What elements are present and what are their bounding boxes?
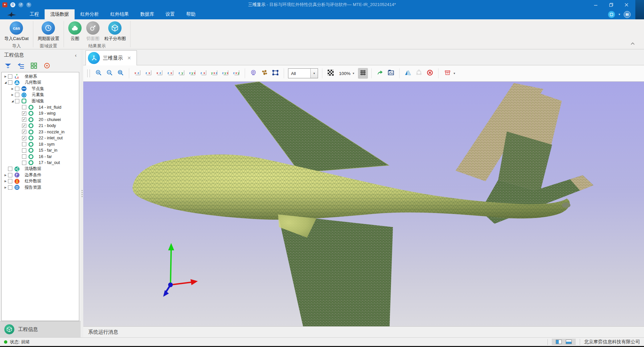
- tree-row[interactable]: ✓19 - wing: [2, 110, 79, 117]
- redo-icon[interactable]: ↻: [26, 2, 31, 7]
- filter-button[interactable]: [4, 62, 12, 70]
- tree-row[interactable]: ◢几何数据: [2, 80, 79, 86]
- target-button[interactable]: [43, 62, 51, 70]
- undo-icon[interactable]: ↺: [18, 2, 23, 7]
- tree-checkbox[interactable]: [15, 87, 19, 91]
- panel-footer-button[interactable]: 工程信息: [0, 321, 81, 337]
- tree-checkbox[interactable]: [8, 167, 12, 171]
- close-button[interactable]: [619, 0, 634, 9]
- tree-row[interactable]: ✓23 - nozzle_in: [2, 129, 79, 135]
- zoom-fit-button[interactable]: [116, 68, 126, 79]
- tree-row[interactable]: ✓20 - chuiwei: [2, 117, 79, 123]
- zoom-out-button[interactable]: [105, 68, 115, 79]
- tree-expander-icon[interactable]: ▶: [3, 174, 8, 177]
- axis-view-button[interactable]: xz: [155, 68, 164, 79]
- axis-view-button[interactable]: zyx: [220, 68, 230, 79]
- tree-checkbox[interactable]: [15, 99, 19, 103]
- tree-row[interactable]: 14 - int_fluid: [2, 104, 79, 111]
- panel-splitter[interactable]: [81, 49, 83, 337]
- tree-checkbox[interactable]: [8, 173, 12, 177]
- tree-checkbox[interactable]: [15, 93, 19, 97]
- tab-3d-view[interactable]: 三维显示 ✕: [86, 50, 137, 65]
- menu-item-5[interactable]: 设置: [160, 9, 180, 19]
- tree-checkbox[interactable]: [8, 74, 12, 79]
- restore-button[interactable]: [603, 0, 619, 9]
- tree-checkbox[interactable]: ✓: [22, 124, 26, 128]
- select-box-button[interactable]: [270, 68, 280, 79]
- tree-row[interactable]: ✓21 - body: [2, 123, 79, 129]
- mirror-button[interactable]: [403, 68, 413, 79]
- tree-row[interactable]: ▶Yzx坐标系: [2, 73, 79, 80]
- tree-checkbox[interactable]: [8, 179, 12, 183]
- tree-row[interactable]: 18 - sym: [2, 141, 79, 148]
- tree-row[interactable]: 15 - far_in: [2, 147, 79, 154]
- tree-expander-icon[interactable]: ▶: [3, 180, 8, 183]
- box-button[interactable]: ▼: [442, 68, 458, 79]
- axis-view-button[interactable]: zyx: [187, 68, 197, 79]
- tree-checkbox[interactable]: ✓: [22, 130, 26, 134]
- chevron-down-icon[interactable]: ▼: [618, 13, 621, 16]
- viewport-3d[interactable]: [83, 82, 644, 326]
- axis-view-button[interactable]: zx: [144, 68, 154, 79]
- menu-item-0[interactable]: 工程: [24, 9, 45, 19]
- tree-expander-icon[interactable]: ▶: [3, 186, 8, 189]
- axis-view-button[interactable]: zx: [165, 68, 175, 79]
- grid-button[interactable]: [358, 68, 368, 79]
- ribbon-button-0-0[interactable]: cas导入Cas/Dat: [3, 21, 30, 42]
- display-filter-select[interactable]: All▼: [288, 68, 318, 78]
- snapshot-button[interactable]: [386, 68, 396, 79]
- axis-view-button[interactable]: zxy: [231, 68, 241, 79]
- zoom-level-dropdown[interactable]: 100%▼: [337, 71, 357, 76]
- axis-view-button[interactable]: zy: [176, 68, 186, 79]
- tree-checkbox[interactable]: [22, 105, 26, 109]
- grid-green-button[interactable]: [30, 62, 38, 70]
- theme-icon[interactable]: [608, 11, 615, 18]
- axis-view-button[interactable]: zx: [198, 68, 208, 79]
- tree-row[interactable]: ◢面域集: [2, 98, 79, 104]
- ribbon-button-2-2[interactable]: 粒子分布图: [103, 21, 128, 42]
- tree-row[interactable]: 17 - far_out: [2, 160, 79, 166]
- ribbon-collapse-icon[interactable]: [631, 40, 635, 46]
- tree-row[interactable]: ▶红外数据: [2, 178, 79, 185]
- tree-expander-icon[interactable]: ▶: [10, 93, 15, 96]
- tree-row[interactable]: ▶节点集: [2, 86, 79, 92]
- light-button[interactable]: [248, 68, 258, 79]
- tree-row[interactable]: ✓22 - inlet_out: [2, 135, 79, 141]
- axis-view-button[interactable]: yxz: [209, 68, 219, 79]
- zoom-in-button[interactable]: [94, 68, 104, 79]
- tree-expander-icon[interactable]: ◢: [10, 100, 15, 103]
- tree-checkbox[interactable]: [22, 148, 26, 153]
- tree-row[interactable]: ▶报告资源: [2, 184, 79, 191]
- cancel-button[interactable]: [425, 68, 435, 79]
- menu-item-4[interactable]: 数据库: [135, 9, 160, 19]
- tree-checkbox[interactable]: [22, 161, 26, 165]
- tree-checkbox[interactable]: [22, 154, 26, 159]
- toolbar-drag-handle[interactable]: [87, 69, 90, 77]
- document-icon[interactable]: 🗎: [10, 2, 15, 7]
- tree-row[interactable]: 16 - far: [2, 154, 79, 160]
- axis-view-button[interactable]: xz: [133, 68, 143, 79]
- tree-expander-icon[interactable]: ▶: [3, 75, 8, 78]
- ribbon-button-2-0[interactable]: 云图: [67, 21, 83, 42]
- tree-row[interactable]: ▶元素集: [2, 92, 79, 98]
- panel-collapse-button[interactable]: ‹: [75, 53, 77, 58]
- layout-left-panel-icon[interactable]: [556, 340, 562, 344]
- tree-checkbox[interactable]: [8, 185, 12, 190]
- chevron-down-icon[interactable]: ▼: [310, 69, 318, 78]
- menu-item-1[interactable]: 流场数据: [45, 9, 75, 19]
- tree-checkbox[interactable]: [8, 80, 12, 85]
- particles-button[interactable]: [259, 68, 269, 79]
- tree-checkbox[interactable]: ✓: [22, 111, 26, 116]
- export-arrow-button[interactable]: [375, 68, 385, 79]
- tree-row[interactable]: 流场数据: [2, 166, 79, 172]
- tree-expander-icon[interactable]: ◢: [3, 81, 8, 84]
- help-book-icon[interactable]: [624, 11, 631, 18]
- tree-row[interactable]: ▶边界条件: [2, 172, 79, 178]
- tree-checkbox[interactable]: ✓: [22, 136, 26, 140]
- menu-item-6[interactable]: 帮助: [180, 9, 201, 19]
- menu-item-2[interactable]: 红外分析: [75, 9, 105, 19]
- outline-button[interactable]: [17, 62, 25, 70]
- tree-expander-icon[interactable]: ▶: [10, 87, 15, 90]
- ribbon-button-1-0[interactable]: 周期面设置: [36, 21, 61, 42]
- tab-close-icon[interactable]: ✕: [127, 55, 131, 61]
